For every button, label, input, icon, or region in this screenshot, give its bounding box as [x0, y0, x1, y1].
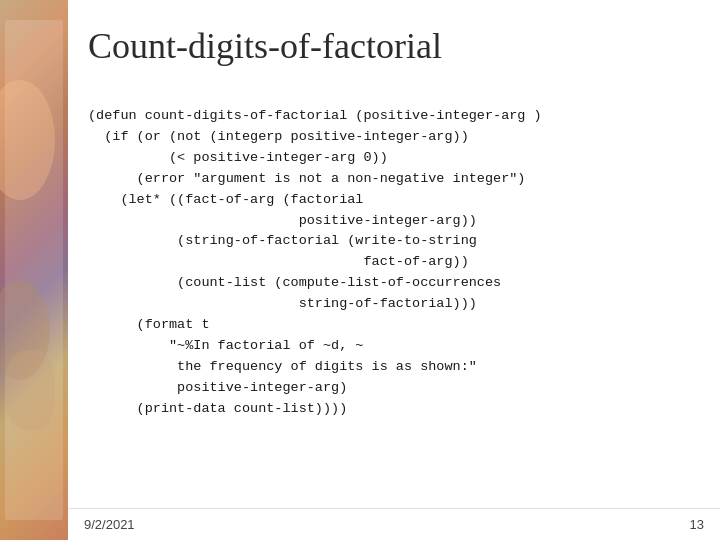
bottom-bar: 9/2/2021 13 [68, 508, 720, 540]
left-decorative-strip [0, 0, 68, 540]
code-block: (defun count-digits-of-factorial (positi… [88, 85, 690, 441]
code-line-1: (defun count-digits-of-factorial (positi… [88, 108, 542, 416]
main-content: Count-digits-of-factorial (defun count-d… [68, 0, 720, 540]
slide-number: 13 [690, 517, 704, 532]
slide-container: Count-digits-of-factorial (defun count-d… [0, 0, 720, 540]
strip-shape-3 [5, 350, 55, 430]
slide-title: Count-digits-of-factorial [88, 25, 690, 67]
slide-date: 9/2/2021 [84, 517, 135, 532]
